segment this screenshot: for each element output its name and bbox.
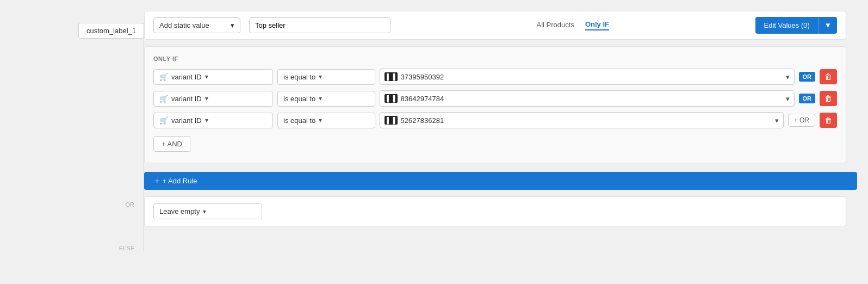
static-value-dropdown[interactable]: Add static value ▾: [153, 17, 240, 33]
chevron-down-icon-2: ▾: [319, 73, 322, 81]
delete-rule-button-2[interactable]: 🗑: [820, 91, 837, 106]
value-text-3: 52627836281: [401, 116, 772, 125]
rule-row: 🛒 variant ID ▾ is equal to ▾ ▌▐ 52627836…: [153, 112, 837, 128]
connector-vertical-line: [144, 30, 144, 251]
tab-group: All Products Only IF: [537, 20, 609, 30]
or-badge-2[interactable]: OR: [799, 94, 816, 103]
plus-icon: +: [155, 177, 159, 185]
condition-select-2[interactable]: is equal to ▾: [277, 91, 375, 107]
variant-label-3: variant ID: [171, 116, 202, 125]
value-field-3[interactable]: ▌▐ 52627836281 ▾: [380, 112, 784, 128]
condition-label-3: is equal to: [283, 116, 315, 125]
edit-values-btn-group: Edit Values (0) ▼: [755, 17, 838, 34]
else-value-label: Leave empty: [159, 207, 200, 215]
variant-label-2: variant ID: [171, 95, 202, 103]
left-sidebar: custom_label_1 OR ELSE: [0, 0, 144, 284]
else-dropdown[interactable]: Leave empty ▾: [153, 203, 262, 219]
value-text-1: 37395950392: [401, 73, 783, 81]
only-if-section: ONLY IF 🛒 variant ID ▾ is equal to ▾ ▌▐ …: [144, 46, 846, 163]
chevron-down-icon-6: ▾: [319, 116, 322, 124]
rule-row: 🛒 variant ID ▾ is equal to ▾ ▌▐ 83642974…: [153, 90, 837, 107]
edit-values-arrow-button[interactable]: ▼: [819, 17, 837, 34]
else-section: Leave empty ▾: [144, 196, 846, 226]
tab-all-products[interactable]: All Products: [537, 21, 574, 30]
node-label: custom_label_1: [78, 23, 144, 39]
condition-label-2: is equal to: [283, 95, 315, 103]
else-chevron-icon: ▾: [203, 208, 206, 215]
else-side-label: ELSE: [119, 245, 134, 251]
barcode-icon-2: ▌▐: [385, 94, 398, 103]
value-field-1[interactable]: ▌▐ 37395950392 ▾: [380, 69, 795, 85]
static-value-label: Add static value: [159, 21, 209, 29]
variant-label-1: variant ID: [171, 73, 202, 81]
condition-select-3[interactable]: is equal to ▾: [277, 113, 375, 128]
cart-icon-2: 🛒: [159, 95, 168, 103]
value-chevron-3: ▾: [775, 116, 779, 125]
cart-icon-3: 🛒: [159, 116, 168, 125]
or-badge-1[interactable]: OR: [799, 72, 816, 82]
and-button[interactable]: + AND: [153, 136, 190, 152]
chevron-down-icon-5: ▾: [205, 116, 208, 124]
condition-select-1[interactable]: is equal to ▾: [277, 69, 375, 85]
add-rule-label: + Add Rule: [163, 177, 197, 185]
chevron-down-icon-4: ▾: [319, 95, 322, 102]
or-add-button-3[interactable]: + OR: [788, 114, 815, 127]
add-rule-button[interactable]: + + Add Rule: [144, 172, 857, 190]
value-field-2[interactable]: ▌▐ 83642974784 ▾: [380, 90, 795, 107]
condition-label-1: is equal to: [283, 73, 315, 81]
main-content: Add static value ▾ All Products Only IF …: [144, 0, 868, 284]
delete-rule-button-3[interactable]: 🗑: [820, 113, 837, 128]
tab-only-if[interactable]: Only IF: [585, 20, 609, 30]
value-input[interactable]: [249, 17, 390, 33]
barcode-icon-3: ▌▐: [385, 116, 398, 125]
chevron-down-icon: ▾: [231, 21, 234, 29]
barcode-icon-1: ▌▐: [385, 72, 398, 81]
cart-icon-1: 🛒: [159, 73, 168, 81]
delete-rule-button-1[interactable]: 🗑: [820, 69, 837, 84]
chevron-down-icon-3: ▾: [205, 95, 208, 102]
or-side-label: OR: [126, 201, 135, 208]
edit-values-button[interactable]: Edit Values (0): [755, 17, 819, 34]
value-chevron-2: ▾: [786, 95, 790, 103]
variant-field-select-2[interactable]: 🛒 variant ID ▾: [153, 91, 273, 107]
variant-field-select-1[interactable]: 🛒 variant ID ▾: [153, 69, 273, 85]
only-if-title: ONLY IF: [153, 55, 837, 62]
rule-row: 🛒 variant ID ▾ is equal to ▾ ▌▐ 37395950…: [153, 69, 837, 85]
top-bar: Add static value ▾ All Products Only IF …: [144, 11, 846, 40]
value-text-2: 83642974784: [401, 95, 783, 103]
chevron-down-icon-1: ▾: [205, 73, 208, 81]
value-chevron-1: ▾: [786, 73, 790, 81]
variant-field-select-3[interactable]: 🛒 variant ID ▾: [153, 113, 273, 128]
